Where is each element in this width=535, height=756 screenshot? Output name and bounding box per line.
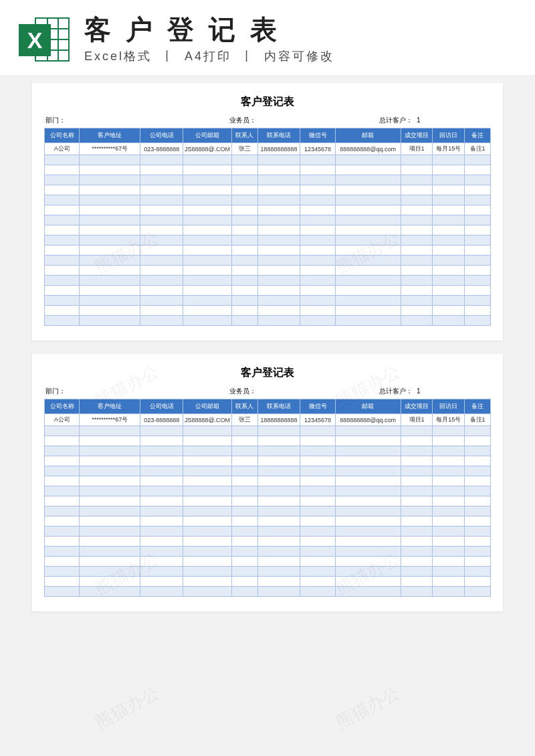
table-cell <box>231 185 257 195</box>
column-header: 联系电话 <box>257 399 300 414</box>
table-cell <box>183 205 232 215</box>
header-text-block: 客户登记表 Excel格式 丨 A4打印 丨 内容可修改 <box>84 15 516 64</box>
column-header: 公司电话 <box>140 128 183 143</box>
table-cell <box>335 557 401 567</box>
table-cell <box>257 175 300 185</box>
table-cell <box>183 266 232 276</box>
table-cell <box>300 587 335 597</box>
table-cell <box>465 486 491 496</box>
table-cell <box>183 246 232 256</box>
table-cell <box>433 486 465 496</box>
column-header: 联系人 <box>231 399 257 414</box>
column-header: 微信号 <box>300 128 335 143</box>
sheet: 客户登记表部门：业务员：总计客户： 1公司名称客户地址公司电话公司邮箱联系人联系… <box>32 354 503 611</box>
table-cell <box>140 446 183 456</box>
table-cell <box>45 496 80 506</box>
column-header: 公司名称 <box>45 399 80 414</box>
table-cell <box>45 466 80 476</box>
table-cell <box>465 527 491 537</box>
table-cell <box>433 165 465 175</box>
table-cell: 备注1 <box>465 414 491 426</box>
table-cell <box>300 235 335 246</box>
table-cell <box>300 165 335 175</box>
table-cell <box>257 506 300 516</box>
table-cell <box>45 587 80 597</box>
table-cell <box>80 527 140 537</box>
meta-total: 总计客户： 1 <box>339 116 490 125</box>
table-cell <box>45 476 80 486</box>
table-cell <box>335 547 401 557</box>
table-cell <box>140 276 183 286</box>
table-cell <box>45 225 80 235</box>
watermark: 熊猫办公 <box>45 656 209 756</box>
column-header: 公司邮箱 <box>183 128 232 143</box>
table-cell <box>257 286 300 296</box>
table-row <box>45 235 491 246</box>
table-cell <box>335 276 401 286</box>
table-row <box>45 496 491 506</box>
table-cell <box>80 547 140 557</box>
table-cell <box>140 256 183 266</box>
table-cell <box>183 506 232 516</box>
table-cell <box>433 296 465 306</box>
table-cell <box>80 246 140 256</box>
table-cell <box>257 205 300 215</box>
table-cell <box>140 577 183 587</box>
table-cell <box>140 476 183 486</box>
table-cell <box>257 306 300 316</box>
table-cell <box>231 577 257 587</box>
table-cell <box>300 446 335 456</box>
table-cell <box>231 316 257 326</box>
table-cell <box>300 296 335 306</box>
table-cell <box>231 587 257 597</box>
table-cell <box>401 456 433 466</box>
excel-x-label: X <box>19 24 51 56</box>
table-cell <box>335 436 401 446</box>
table-cell <box>465 577 491 587</box>
table-cell <box>257 165 300 175</box>
table-cell <box>183 537 232 547</box>
subtitle-part: 内容可修改 <box>264 50 334 63</box>
table-cell <box>465 235 491 246</box>
table-cell <box>300 537 335 547</box>
table-cell <box>140 175 183 185</box>
table-cell <box>257 587 300 597</box>
table-cell <box>140 587 183 597</box>
table-cell: 18888888888 <box>257 414 300 426</box>
table-cell <box>433 215 465 225</box>
table-cell <box>335 506 401 516</box>
table-cell: 项目1 <box>401 143 433 155</box>
table-cell <box>465 185 491 195</box>
table-cell <box>231 557 257 567</box>
table-cell <box>80 426 140 436</box>
table-cell <box>45 527 80 537</box>
table-row <box>45 557 491 567</box>
table-cell: 备注1 <box>465 143 491 155</box>
table-cell <box>433 557 465 567</box>
table-cell <box>140 155 183 165</box>
table-cell <box>183 446 232 456</box>
table-cell <box>465 547 491 557</box>
column-header: 公司邮箱 <box>183 399 232 414</box>
table-cell <box>401 506 433 516</box>
table-cell <box>231 547 257 557</box>
table-cell <box>45 306 80 316</box>
table-cell <box>465 205 491 215</box>
table-cell <box>257 426 300 436</box>
table-cell <box>183 175 232 185</box>
table-cell <box>401 466 433 476</box>
table-cell <box>335 577 401 587</box>
table-cell <box>433 436 465 446</box>
table-cell <box>433 587 465 597</box>
table-cell <box>335 256 401 266</box>
table-cell <box>257 486 300 496</box>
table-cell <box>231 436 257 446</box>
table-cell <box>80 286 140 296</box>
table-cell <box>80 185 140 195</box>
table-cell <box>231 266 257 276</box>
table-cell <box>231 195 257 205</box>
table-cell <box>465 476 491 486</box>
table-cell <box>433 175 465 185</box>
table-cell <box>433 205 465 215</box>
table-cell <box>465 225 491 235</box>
